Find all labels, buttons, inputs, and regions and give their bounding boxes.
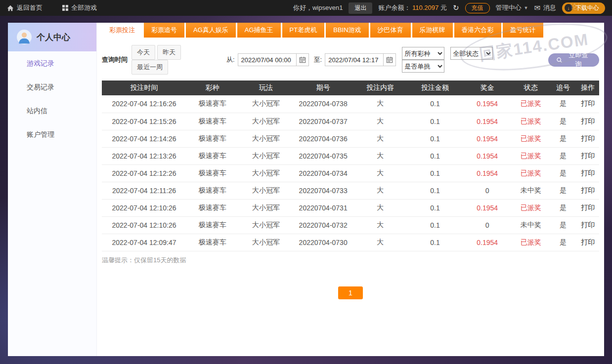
print-link[interactable]: 打印: [581, 221, 595, 229]
admin-center-menu[interactable]: 管理中心 ▼: [496, 3, 528, 12]
filter-bar: 查询时间 今天昨天最近一周 从: 至: 所有彩种全部状态是否单挑: [102, 45, 599, 75]
lottery-name: 极速赛车: [186, 216, 239, 234]
bet-amount: 0.1: [408, 164, 463, 182]
lottery-name: 极速赛车: [186, 113, 239, 130]
table-row: 2022-07-04 12:15:26极速赛车大小冠军20220704-0737…: [102, 113, 599, 130]
table-row: 2022-07-04 12:14:26极速赛车大小冠军20220704-0736…: [102, 130, 599, 147]
quick-last-week-button[interactable]: 最近一周: [131, 60, 168, 75]
quick-yesterday-button[interactable]: 昨天: [157, 45, 181, 60]
bet-content: 大: [353, 199, 408, 216]
print-link[interactable]: 打印: [581, 169, 595, 177]
download-center-label: 下载中心: [575, 4, 599, 12]
envelope-icon: ✉: [534, 3, 540, 12]
play-type: 大小冠军: [239, 216, 294, 234]
sidebar-item-transaction-records[interactable]: 交易记录: [8, 75, 96, 99]
chase-flag: 是: [549, 130, 576, 147]
download-center-button[interactable]: ↓ 下载中心: [562, 2, 605, 14]
bet-amount: 0.1: [408, 113, 463, 130]
print-link[interactable]: 打印: [581, 134, 595, 142]
column-header: 操作: [577, 81, 599, 95]
search-button[interactable]: 立即查询: [548, 53, 599, 67]
bet-amount: 0.1: [408, 234, 463, 251]
retention-note: 温馨提示：仅保留15天的数据: [102, 256, 599, 265]
tab-saba-sports[interactable]: 沙巴体育: [370, 23, 411, 38]
tab-ag-live[interactable]: AG真人娱乐: [186, 23, 236, 38]
all-games-link[interactable]: 全部游戏: [62, 3, 97, 12]
chase-flag: 是: [549, 164, 576, 182]
sidebar-item-game-records[interactable]: 游戏记录: [8, 51, 96, 75]
prize-amount: 0.1954: [462, 199, 512, 216]
home-link-label: 返回首页: [17, 3, 43, 12]
to-date-input[interactable]: [325, 53, 383, 66]
tab-profit-stats[interactable]: 盈亏统计: [503, 23, 543, 38]
table-row: 2022-07-04 12:09:47极速赛车大小冠军20220704-0730…: [102, 234, 599, 251]
bet-content: 大: [353, 147, 408, 164]
action-cell: 打印: [577, 234, 599, 251]
tab-lottery-chase[interactable]: 彩票追号: [144, 23, 184, 38]
balance-unit: 元: [440, 4, 447, 11]
tab-pt-slots[interactable]: PT老虎机: [282, 23, 325, 38]
calendar-icon[interactable]: [296, 53, 309, 66]
bet-time: 2022-07-04 12:14:26: [102, 130, 186, 147]
messages-label: 消息: [543, 3, 556, 12]
sidebar-header: 个人中心: [8, 23, 96, 51]
bets-table: 投注时间彩种玩法期号投注内容投注金额奖金状态追号操作 2022-07-04 12…: [102, 81, 599, 251]
from-date-input[interactable]: [238, 53, 296, 66]
tab-ag-fishing[interactable]: AG捕鱼王: [237, 23, 281, 38]
print-link[interactable]: 打印: [581, 203, 595, 211]
play-type: 大小冠军: [239, 199, 294, 216]
page-1-button[interactable]: 1: [338, 286, 363, 299]
lottery-type-select[interactable]: 所有彩种: [402, 47, 444, 60]
header-row: 投注时间彩种玩法期号投注内容投注金额奖金状态追号操作: [102, 81, 599, 95]
print-link[interactable]: 打印: [581, 117, 595, 125]
chevron-down-icon: ▼: [524, 5, 528, 10]
workspace: 个人中心 游戏记录交易记录站内信账户管理 彩票投注彩票追号AG真人娱乐AG捕鱼王…: [8, 23, 604, 356]
lottery-name: 极速赛车: [186, 95, 239, 113]
column-header: 追号: [549, 81, 576, 95]
table-row: 2022-07-04 12:13:26极速赛车大小冠军20220704-0735…: [102, 147, 599, 164]
prize-amount: 0.1954: [462, 130, 512, 147]
lottery-name: 极速赛车: [186, 199, 239, 216]
main-content: 彩票投注彩票追号AG真人娱乐AG捕鱼王PT老虎机BBIN游戏沙巴体育乐游棋牌香港…: [97, 23, 604, 356]
lottery-name: 极速赛车: [186, 147, 239, 164]
tab-lottery-bets[interactable]: 彩票投注: [102, 23, 142, 38]
column-header: 状态: [512, 81, 549, 95]
print-link[interactable]: 打印: [581, 99, 595, 107]
chase-flag: 是: [549, 216, 576, 234]
quick-today-button[interactable]: 今天: [131, 45, 155, 60]
issue-number: 20220704-0738: [293, 95, 353, 113]
issue-number: 20220704-0736: [293, 130, 353, 147]
page: 返回首页 全部游戏 你好，wipseven1 退出 账户余额： 110.2097…: [0, 0, 612, 364]
bet-amount: 0.1: [408, 147, 463, 164]
to-date-group: [325, 53, 396, 66]
refresh-icon[interactable]: ↻: [453, 3, 459, 12]
sidebar-item-inbox[interactable]: 站内信: [8, 99, 96, 122]
home-link[interactable]: 返回首页: [7, 3, 43, 12]
action-cell: 打印: [577, 95, 599, 113]
recharge-button[interactable]: 充值: [465, 3, 490, 13]
column-header: 投注时间: [102, 81, 186, 95]
tab-hk-mark-six[interactable]: 香港六合彩: [454, 23, 501, 38]
home-icon: [7, 5, 14, 11]
pagination: 1: [102, 286, 599, 299]
print-link[interactable]: 打印: [581, 152, 595, 160]
calendar-icon[interactable]: [383, 53, 396, 66]
single-bet-select[interactable]: 是否单挑: [402, 60, 444, 73]
bet-content: 大: [353, 182, 408, 199]
grid-icon: [62, 5, 68, 11]
bet-status: 已派奖: [512, 164, 549, 182]
print-link[interactable]: 打印: [581, 238, 595, 246]
chase-flag: 是: [549, 147, 576, 164]
prize-amount: 0: [462, 182, 512, 199]
status-select[interactable]: 全部状态: [450, 47, 493, 60]
messages-link[interactable]: ✉ 消息: [534, 3, 556, 12]
issue-number: 20220704-0735: [293, 147, 353, 164]
print-link[interactable]: 打印: [581, 186, 595, 194]
tab-leyou-cards[interactable]: 乐游棋牌: [412, 23, 453, 38]
column-header: 投注金额: [408, 81, 463, 95]
sidebar-item-account-management[interactable]: 账户管理: [8, 122, 96, 146]
logout-button[interactable]: 退出: [349, 2, 372, 14]
bet-amount: 0.1: [408, 182, 463, 199]
tab-bbin-games[interactable]: BBIN游戏: [326, 23, 368, 38]
avatar: [17, 30, 32, 44]
